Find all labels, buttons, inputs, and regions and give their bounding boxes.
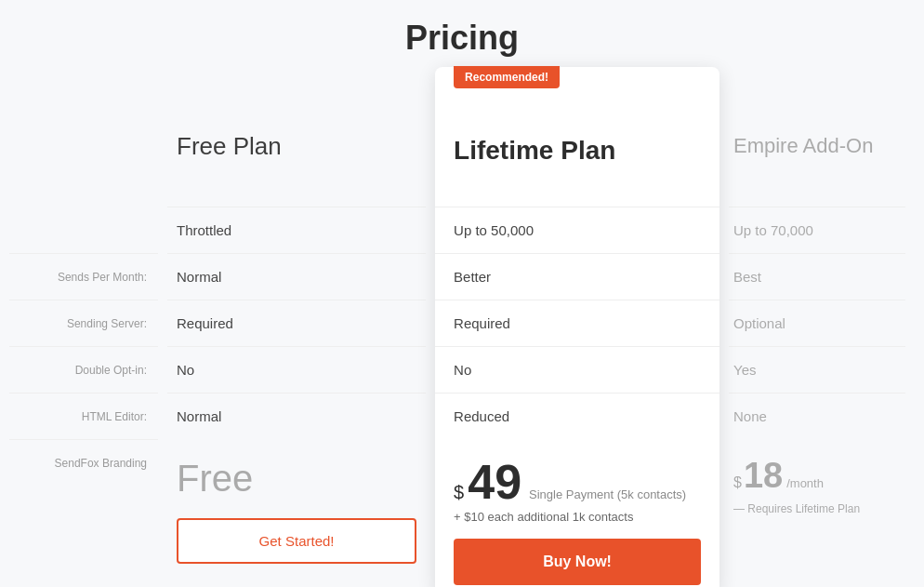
free-plan-column: Free Plan Throttled Normal Required No N…	[158, 86, 435, 573]
lifetime-plan-title: Lifetime Plan	[454, 136, 615, 166]
pricing-table: Sends Per Month: Sending Server: Double …	[9, 86, 915, 587]
lifetime-feature-sends: Up to 50,000	[435, 207, 719, 253]
addon-feature-editor: Yes	[729, 346, 905, 393]
free-feature-branding: Normal	[167, 393, 426, 439]
label-double-opt-in: Double Opt-in:	[9, 346, 158, 393]
lifetime-feature-branding: Reduced	[435, 393, 719, 439]
lifetime-price-dollar: $	[454, 482, 464, 503]
label-sending-server: Sending Server:	[9, 300, 158, 346]
free-plan-header: Free Plan	[167, 86, 426, 207]
addon-price-section: $ 18 /month — Requires Lifetime Plan	[729, 439, 905, 525]
lifetime-price-section: $ 49 Single Payment (5k contacts) + $10 …	[435, 439, 719, 587]
addon-plan-title: Empire Add-On	[733, 134, 873, 158]
addon-price-dollar: $	[733, 474, 742, 491]
lifetime-price-amount: $ 49 Single Payment (5k contacts)	[454, 458, 701, 506]
lifetime-feature-server: Better	[435, 253, 719, 300]
addon-feature-optin: Optional	[729, 300, 905, 346]
buy-now-button[interactable]: Buy Now!	[454, 539, 701, 585]
lifetime-plan-column: Recommended! Lifetime Plan Up to 50,000 …	[435, 67, 719, 587]
free-feature-optin: Required	[167, 300, 426, 346]
page-title: Pricing	[405, 19, 519, 58]
addon-feature-server: Best	[729, 253, 905, 300]
lifetime-feature-optin: Required	[435, 300, 719, 346]
lifetime-price-note: Single Payment (5k contacts)	[529, 487, 686, 501]
recommended-badge: Recommended!	[454, 66, 560, 88]
addon-plan-header: Empire Add-On	[729, 86, 905, 207]
free-feature-editor: No	[167, 346, 426, 393]
addon-plan-column: Empire Add-On Up to 70,000 Best Optional…	[719, 86, 915, 525]
free-feature-sends: Throttled	[167, 207, 426, 253]
free-price-label: Free	[177, 458, 416, 500]
addon-requires-text: — Requires Lifetime Plan	[733, 502, 860, 515]
addon-price-amount: $ 18 /month	[733, 458, 901, 493]
addon-price-number: 18	[744, 458, 783, 493]
get-started-button[interactable]: Get Started!	[177, 518, 416, 564]
addon-price-period: /month	[786, 476, 824, 490]
label-sendfox-branding: SendFox Branding	[9, 439, 158, 486]
label-html-editor: HTML Editor:	[9, 393, 158, 439]
lifetime-feature-editor: No	[435, 346, 719, 393]
addon-feature-sends: Up to 70,000	[729, 207, 905, 253]
labels-column: Sends Per Month: Sending Server: Double …	[9, 86, 158, 486]
addon-requires-label: — Requires Lifetime Plan	[733, 502, 901, 515]
free-plan-title: Free Plan	[177, 132, 282, 161]
addon-feature-branding: None	[729, 393, 905, 439]
label-sends-per-month: Sends Per Month:	[9, 253, 158, 300]
lifetime-price-additional: + $10 each additional 1k contacts	[454, 510, 701, 524]
free-feature-server: Normal	[167, 253, 426, 300]
free-price-section: Free Get Started!	[167, 439, 426, 573]
lifetime-price-number: 49	[468, 458, 521, 506]
